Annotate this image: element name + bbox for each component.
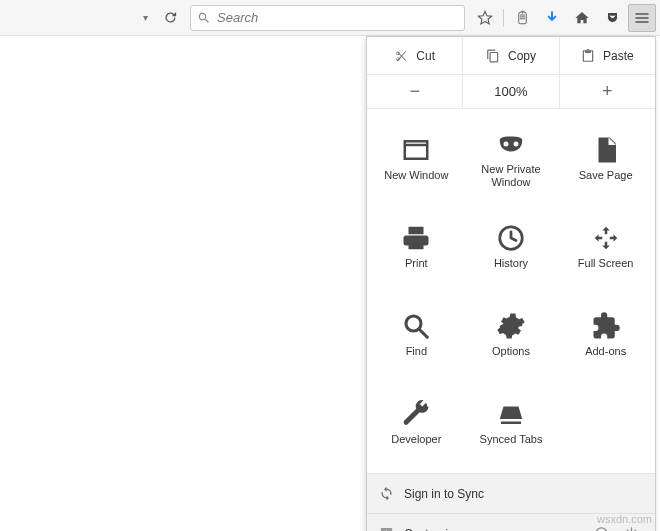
browser-toolbar: ▾ xyxy=(0,0,660,36)
new-private-window-button[interactable]: New Private Window xyxy=(464,115,559,203)
cut-button[interactable]: Cut xyxy=(367,37,462,74)
history-dropdown[interactable]: ▾ xyxy=(136,12,154,23)
power-icon xyxy=(624,526,639,531)
sign-in-label: Sign in to Sync xyxy=(404,487,484,501)
full-screen-button[interactable]: Full Screen xyxy=(558,203,653,291)
search-box[interactable] xyxy=(190,5,465,31)
edit-row: Cut Copy Paste xyxy=(367,37,655,75)
watermark: wsxdn.com xyxy=(597,513,652,525)
plus-box-icon xyxy=(379,526,394,531)
help-icon: ? xyxy=(594,526,609,531)
fullscreen-icon xyxy=(591,223,621,253)
save-page-button[interactable]: Save Page xyxy=(558,115,653,203)
home-icon xyxy=(574,10,590,26)
window-icon xyxy=(401,135,431,165)
page-icon xyxy=(591,135,621,165)
sign-in-sync-button[interactable]: Sign in to Sync xyxy=(367,473,655,513)
library-button[interactable] xyxy=(508,4,536,32)
label: Print xyxy=(405,257,428,270)
paste-label: Paste xyxy=(603,49,634,63)
customize-button[interactable]: Customize xyxy=(379,526,461,531)
print-button[interactable]: Print xyxy=(369,203,464,291)
zoom-level[interactable]: 100% xyxy=(462,75,558,108)
clipboard-icon xyxy=(515,10,530,25)
synced-tabs-button[interactable]: Synced Tabs xyxy=(464,379,559,467)
mask-icon xyxy=(496,129,526,159)
find-button[interactable]: Find xyxy=(369,291,464,379)
bookmark-star-button[interactable] xyxy=(471,4,499,32)
printer-icon xyxy=(401,223,431,253)
zoom-out-button[interactable]: − xyxy=(367,75,462,108)
label: Add-ons xyxy=(585,345,626,358)
search-input[interactable] xyxy=(217,10,458,25)
addons-button[interactable]: Add-ons xyxy=(558,291,653,379)
copy-icon xyxy=(486,49,500,63)
scissors-icon xyxy=(394,49,408,63)
search-icon xyxy=(197,11,211,25)
magnifier-icon xyxy=(401,311,431,341)
paste-button[interactable]: Paste xyxy=(559,37,655,74)
label: Save Page xyxy=(579,169,633,182)
toolbar-divider xyxy=(503,9,504,27)
zoom-in-button[interactable]: + xyxy=(559,75,655,108)
copy-label: Copy xyxy=(508,49,536,63)
label: New Window xyxy=(384,169,448,182)
hamburger-icon xyxy=(634,10,650,26)
copy-button[interactable]: Copy xyxy=(462,37,558,74)
reload-button[interactable] xyxy=(156,4,184,32)
label: Synced Tabs xyxy=(480,433,543,446)
new-window-button[interactable]: New Window xyxy=(369,115,464,203)
menu-grid: New Window New Private Window Save Page … xyxy=(367,109,655,473)
history-button[interactable]: History xyxy=(464,203,559,291)
download-arrow-icon xyxy=(544,10,560,26)
sync-icon xyxy=(379,486,394,501)
label: Full Screen xyxy=(578,257,634,270)
downloads-button[interactable] xyxy=(538,4,566,32)
menu-button[interactable] xyxy=(628,4,656,32)
reload-icon xyxy=(163,10,178,25)
tabs-icon xyxy=(496,399,526,429)
wrench-icon xyxy=(401,399,431,429)
paste-icon xyxy=(581,49,595,63)
pocket-button[interactable] xyxy=(598,4,626,32)
app-menu-panel: Cut Copy Paste − 100% + New Window New P… xyxy=(366,36,656,531)
developer-button[interactable]: Developer xyxy=(369,379,464,467)
label: Developer xyxy=(391,433,441,446)
label: New Private Window xyxy=(481,163,540,189)
customize-label: Customize xyxy=(404,527,461,532)
home-button[interactable] xyxy=(568,4,596,32)
star-icon xyxy=(477,10,493,26)
label: Options xyxy=(492,345,530,358)
gear-icon xyxy=(496,311,526,341)
puzzle-icon xyxy=(591,311,621,341)
options-button[interactable]: Options xyxy=(464,291,559,379)
cut-label: Cut xyxy=(416,49,435,63)
zoom-row: − 100% + xyxy=(367,75,655,109)
clock-icon xyxy=(496,223,526,253)
pocket-icon xyxy=(605,10,620,25)
label: Find xyxy=(406,345,427,358)
label: History xyxy=(494,257,528,270)
